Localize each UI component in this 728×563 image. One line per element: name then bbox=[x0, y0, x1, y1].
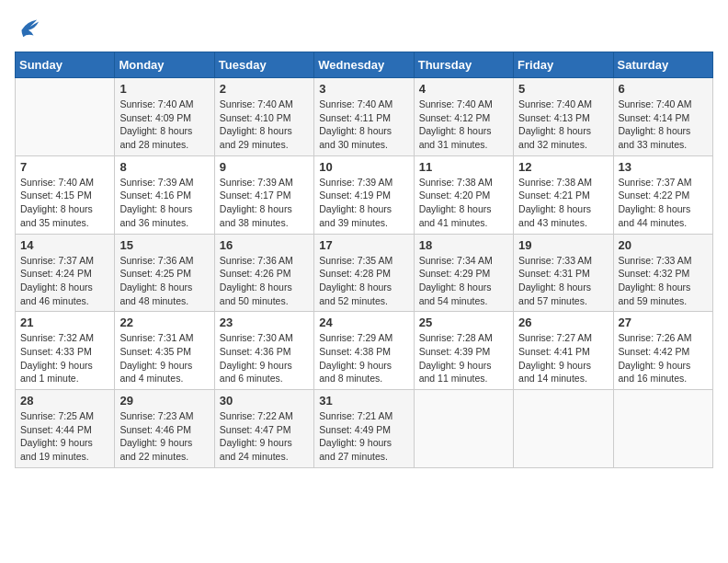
day-number: 16 bbox=[220, 238, 309, 252]
cell-content: Sunrise: 7:32 AMSunset: 4:33 PMDaylight:… bbox=[20, 332, 94, 384]
calendar-cell: 4Sunrise: 7:40 AMSunset: 4:12 PMDaylight… bbox=[414, 78, 513, 156]
day-number: 8 bbox=[119, 160, 209, 174]
page-header bbox=[15, 15, 713, 40]
calendar-cell: 13Sunrise: 7:37 AMSunset: 4:22 PMDayligh… bbox=[613, 155, 712, 234]
cell-content: Sunrise: 7:33 AMSunset: 4:31 PMDaylight:… bbox=[518, 255, 592, 306]
day-number: 20 bbox=[619, 238, 708, 252]
calendar-cell: 24Sunrise: 7:29 AMSunset: 4:38 PMDayligh… bbox=[314, 312, 414, 390]
day-number: 10 bbox=[319, 160, 408, 174]
cell-content: Sunrise: 7:40 AMSunset: 4:11 PMDaylight:… bbox=[319, 98, 392, 150]
day-number: 30 bbox=[220, 394, 309, 408]
day-number: 4 bbox=[419, 82, 508, 96]
day-number: 7 bbox=[20, 160, 109, 174]
day-number: 5 bbox=[518, 82, 608, 96]
cell-content: Sunrise: 7:36 AMSunset: 4:25 PMDaylight:… bbox=[119, 255, 193, 306]
calendar-week-5: 28Sunrise: 7:25 AMSunset: 4:44 PMDayligh… bbox=[16, 390, 713, 468]
calendar-week-1: 1Sunrise: 7:40 AMSunset: 4:09 PMDaylight… bbox=[16, 78, 713, 156]
day-number: 22 bbox=[119, 316, 209, 329]
calendar-cell: 7Sunrise: 7:40 AMSunset: 4:15 PMDaylight… bbox=[16, 155, 115, 234]
cell-content: Sunrise: 7:29 AMSunset: 4:38 PMDaylight:… bbox=[319, 332, 392, 384]
calendar-cell: 30Sunrise: 7:22 AMSunset: 4:47 PMDayligh… bbox=[214, 390, 313, 468]
day-number: 17 bbox=[319, 238, 408, 252]
column-header-saturday: Saturday bbox=[613, 52, 712, 78]
calendar-cell: 12Sunrise: 7:38 AMSunset: 4:21 PMDayligh… bbox=[514, 155, 613, 234]
cell-content: Sunrise: 7:37 AMSunset: 4:22 PMDaylight:… bbox=[619, 177, 692, 228]
day-number: 21 bbox=[20, 316, 109, 329]
calendar-week-2: 7Sunrise: 7:40 AMSunset: 4:15 PMDaylight… bbox=[16, 155, 713, 234]
cell-content: Sunrise: 7:27 AMSunset: 4:41 PMDaylight:… bbox=[518, 332, 592, 384]
calendar-cell: 31Sunrise: 7:21 AMSunset: 4:49 PMDayligh… bbox=[314, 390, 414, 468]
calendar-cell: 20Sunrise: 7:33 AMSunset: 4:32 PMDayligh… bbox=[613, 234, 712, 312]
cell-content: Sunrise: 7:40 AMSunset: 4:13 PMDaylight:… bbox=[518, 98, 592, 150]
logo-bird-icon bbox=[15, 15, 40, 40]
day-number: 31 bbox=[319, 394, 408, 408]
cell-content: Sunrise: 7:36 AMSunset: 4:26 PMDaylight:… bbox=[220, 255, 293, 306]
calendar-cell bbox=[514, 390, 613, 468]
calendar-cell: 11Sunrise: 7:38 AMSunset: 4:20 PMDayligh… bbox=[414, 155, 513, 234]
cell-content: Sunrise: 7:22 AMSunset: 4:47 PMDaylight:… bbox=[220, 410, 293, 462]
cell-content: Sunrise: 7:38 AMSunset: 4:21 PMDaylight:… bbox=[518, 177, 592, 228]
calendar-cell: 15Sunrise: 7:36 AMSunset: 4:25 PMDayligh… bbox=[115, 234, 214, 312]
cell-content: Sunrise: 7:38 AMSunset: 4:20 PMDaylight:… bbox=[419, 177, 493, 228]
day-number: 28 bbox=[20, 394, 109, 408]
day-number: 24 bbox=[319, 316, 408, 329]
day-number: 29 bbox=[119, 394, 209, 408]
calendar-cell: 29Sunrise: 7:23 AMSunset: 4:46 PMDayligh… bbox=[115, 390, 214, 468]
cell-content: Sunrise: 7:40 AMSunset: 4:10 PMDaylight:… bbox=[220, 98, 293, 150]
calendar-cell: 22Sunrise: 7:31 AMSunset: 4:35 PMDayligh… bbox=[115, 312, 214, 390]
day-number: 19 bbox=[518, 238, 608, 252]
day-number: 6 bbox=[619, 82, 708, 96]
cell-content: Sunrise: 7:25 AMSunset: 4:44 PMDaylight:… bbox=[20, 410, 94, 462]
cell-content: Sunrise: 7:33 AMSunset: 4:32 PMDaylight:… bbox=[619, 255, 692, 306]
day-number: 9 bbox=[220, 160, 309, 174]
calendar-cell: 23Sunrise: 7:30 AMSunset: 4:36 PMDayligh… bbox=[214, 312, 313, 390]
column-header-sunday: Sunday bbox=[16, 52, 115, 78]
cell-content: Sunrise: 7:39 AMSunset: 4:19 PMDaylight:… bbox=[319, 177, 392, 228]
calendar-cell: 17Sunrise: 7:35 AMSunset: 4:28 PMDayligh… bbox=[314, 234, 414, 312]
cell-content: Sunrise: 7:37 AMSunset: 4:24 PMDaylight:… bbox=[20, 255, 94, 306]
cell-content: Sunrise: 7:31 AMSunset: 4:35 PMDaylight:… bbox=[119, 332, 193, 384]
calendar-cell: 28Sunrise: 7:25 AMSunset: 4:44 PMDayligh… bbox=[16, 390, 115, 468]
calendar-cell: 25Sunrise: 7:28 AMSunset: 4:39 PMDayligh… bbox=[414, 312, 513, 390]
column-header-wednesday: Wednesday bbox=[314, 52, 414, 78]
cell-content: Sunrise: 7:35 AMSunset: 4:28 PMDaylight:… bbox=[319, 255, 392, 306]
day-number: 1 bbox=[119, 82, 209, 96]
cell-content: Sunrise: 7:40 AMSunset: 4:12 PMDaylight:… bbox=[419, 98, 493, 150]
calendar-cell: 16Sunrise: 7:36 AMSunset: 4:26 PMDayligh… bbox=[214, 234, 313, 312]
day-number: 14 bbox=[20, 238, 109, 252]
calendar-cell: 19Sunrise: 7:33 AMSunset: 4:31 PMDayligh… bbox=[514, 234, 613, 312]
calendar-cell: 21Sunrise: 7:32 AMSunset: 4:33 PMDayligh… bbox=[16, 312, 115, 390]
calendar-cell: 26Sunrise: 7:27 AMSunset: 4:41 PMDayligh… bbox=[514, 312, 613, 390]
day-number: 27 bbox=[619, 316, 708, 329]
calendar-cell: 27Sunrise: 7:26 AMSunset: 4:42 PMDayligh… bbox=[613, 312, 712, 390]
day-number: 12 bbox=[518, 160, 608, 174]
cell-content: Sunrise: 7:26 AMSunset: 4:42 PMDaylight:… bbox=[619, 332, 692, 384]
day-number: 15 bbox=[119, 238, 209, 252]
day-number: 23 bbox=[220, 316, 309, 329]
day-number: 3 bbox=[319, 82, 408, 96]
calendar-cell bbox=[16, 78, 115, 156]
calendar-cell: 14Sunrise: 7:37 AMSunset: 4:24 PMDayligh… bbox=[16, 234, 115, 312]
cell-content: Sunrise: 7:23 AMSunset: 4:46 PMDaylight:… bbox=[119, 410, 193, 462]
logo bbox=[15, 15, 44, 40]
cell-content: Sunrise: 7:40 AMSunset: 4:15 PMDaylight:… bbox=[20, 177, 94, 228]
calendar-table: SundayMondayTuesdayWednesdayThursdayFrid… bbox=[15, 52, 713, 468]
cell-content: Sunrise: 7:39 AMSunset: 4:16 PMDaylight:… bbox=[119, 177, 193, 228]
calendar-cell: 8Sunrise: 7:39 AMSunset: 4:16 PMDaylight… bbox=[115, 155, 214, 234]
cell-content: Sunrise: 7:30 AMSunset: 4:36 PMDaylight:… bbox=[220, 332, 293, 384]
cell-content: Sunrise: 7:21 AMSunset: 4:49 PMDaylight:… bbox=[319, 410, 392, 462]
calendar-cell bbox=[613, 390, 712, 468]
column-header-thursday: Thursday bbox=[414, 52, 513, 78]
cell-content: Sunrise: 7:34 AMSunset: 4:29 PMDaylight:… bbox=[419, 255, 493, 306]
day-number: 18 bbox=[419, 238, 508, 252]
calendar-cell: 18Sunrise: 7:34 AMSunset: 4:29 PMDayligh… bbox=[414, 234, 513, 312]
calendar-cell: 2Sunrise: 7:40 AMSunset: 4:10 PMDaylight… bbox=[214, 78, 313, 156]
calendar-cell: 6Sunrise: 7:40 AMSunset: 4:14 PMDaylight… bbox=[613, 78, 712, 156]
day-number: 26 bbox=[518, 316, 608, 329]
day-number: 11 bbox=[419, 160, 508, 174]
calendar-cell: 5Sunrise: 7:40 AMSunset: 4:13 PMDaylight… bbox=[514, 78, 613, 156]
day-number: 13 bbox=[619, 160, 708, 174]
calendar-week-4: 21Sunrise: 7:32 AMSunset: 4:33 PMDayligh… bbox=[16, 312, 713, 390]
cell-content: Sunrise: 7:28 AMSunset: 4:39 PMDaylight:… bbox=[419, 332, 493, 384]
calendar-cell: 9Sunrise: 7:39 AMSunset: 4:17 PMDaylight… bbox=[214, 155, 313, 234]
